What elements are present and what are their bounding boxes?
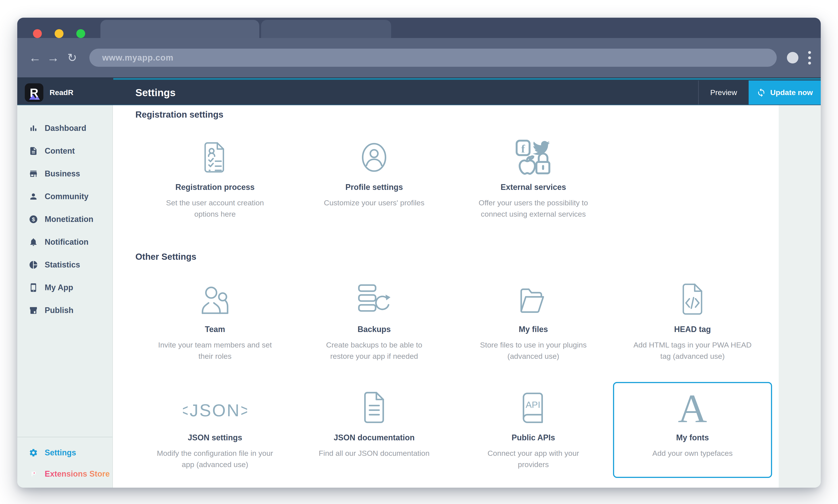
browser-menu-icon[interactable]: [808, 51, 811, 65]
card-icon: [501, 138, 565, 176]
sync-icon: [756, 88, 766, 97]
settings-card[interactable]: JSON documentation Find all our JSON doc…: [295, 382, 454, 478]
reload-icon[interactable]: ↻: [65, 52, 79, 64]
sidebar-item[interactable]: Business: [17, 162, 112, 185]
card-title: My files: [519, 325, 548, 334]
sidebar-item[interactable]: Notification: [17, 231, 112, 253]
card-icon: [342, 281, 406, 319]
card-title: JSON documentation: [334, 433, 415, 442]
browser-tab-inactive[interactable]: [261, 20, 391, 38]
logo-letter: R: [30, 86, 38, 100]
sidebar-item-icon: [29, 306, 38, 315]
sidebar-item-icon: [29, 448, 38, 457]
update-now-button[interactable]: Update now: [749, 80, 821, 105]
card-description: Add HTML tags in your PWA HEAD tag (adva…: [632, 339, 753, 362]
desktop-canvas: ← → ↻ www.myapp.com R ReadR Set: [0, 0, 838, 504]
sidebar-item[interactable]: Monetization: [17, 208, 112, 231]
address-bar[interactable]: www.myapp.com: [89, 49, 777, 67]
settings-card[interactable]: My files Store files to use in your plug…: [454, 274, 613, 370]
sidebar-item-icon: [29, 146, 38, 156]
card-title: Backups: [357, 325, 391, 334]
back-icon[interactable]: ←: [28, 52, 42, 64]
card-description: Offer your users the possibility to conn…: [473, 197, 594, 220]
sidebar-item[interactable]: Dashboard: [17, 117, 112, 140]
sidebar-item[interactable]: Community: [17, 185, 112, 208]
card-description: Connect your app with your providers: [473, 448, 594, 470]
card-description: Customize your users' profiles: [324, 197, 424, 209]
settings-card[interactable]: My fonts Add your own typefaces: [613, 382, 772, 478]
card-description: Add your own typefaces: [652, 448, 733, 459]
settings-card[interactable]: Backups Create backups to be able to res…: [295, 274, 454, 370]
browser-tab-active[interactable]: [101, 20, 259, 38]
sidebar: Dashboard Content Business: [17, 105, 113, 488]
card-title: Team: [205, 325, 225, 334]
sidebar-item-label: Content: [45, 146, 75, 156]
sidebar-item-icon: [29, 124, 38, 133]
sidebar-footer: Settings Extensions Store: [17, 437, 112, 488]
url-text: www.myapp.com: [102, 53, 173, 62]
cards-grid: Registration process Set the user accoun…: [135, 131, 772, 228]
sidebar-item-label: Dashboard: [45, 124, 86, 133]
settings-card[interactable]: JSON settings Modify the configuration f…: [135, 382, 295, 478]
cards-grid: Team Invite your team members and set th…: [135, 274, 772, 478]
sidebar-item-label: Monetization: [45, 215, 93, 224]
sidebar-item[interactable]: Settings: [17, 442, 112, 463]
browser-profile-avatar[interactable]: [787, 52, 798, 64]
card-description: Find all our JSON documentation: [319, 448, 430, 459]
update-now-label: Update now: [770, 88, 813, 97]
other-settings-section: Other Settings Team Invite your team mem…: [135, 252, 772, 478]
card-description: Set the user account creation options he…: [155, 197, 275, 220]
card-description: Modify the configuration file in your ap…: [155, 448, 275, 470]
settings-card[interactable]: Team Invite your team members and set th…: [135, 274, 295, 370]
close-button[interactable]: [33, 29, 42, 38]
sidebar-item-label: Statistics: [45, 260, 80, 269]
card-description: Invite your team members and set their r…: [155, 339, 275, 362]
card-icon: [342, 138, 406, 176]
page-top-accent-line: [17, 77, 821, 80]
preview-button[interactable]: Preview: [699, 80, 749, 105]
sidebar-item-label: Community: [45, 192, 88, 201]
sidebar-item-icon: [29, 260, 38, 269]
sidebar-item-icon: [29, 469, 38, 479]
card-description: Create backups to be able to restore you…: [314, 339, 435, 362]
sidebar-item-label: Extensions Store: [45, 469, 110, 479]
forward-icon[interactable]: →: [46, 52, 60, 64]
settings-card[interactable]: Profile settings Customize your users' p…: [295, 131, 454, 228]
page-title: Settings: [135, 87, 175, 98]
sidebar-item-label: Publish: [45, 306, 73, 315]
maximize-button[interactable]: [76, 29, 85, 38]
card-icon: [660, 281, 724, 319]
card-title: Registration process: [175, 183, 255, 192]
settings-card[interactable]: Public APIs Connect your app with your p…: [454, 382, 613, 478]
settings-card[interactable]: Registration process Set the user accoun…: [135, 131, 295, 228]
sidebar-item[interactable]: Publish: [17, 299, 112, 322]
sidebar-item-icon: [29, 215, 38, 224]
app-logo-area[interactable]: R ReadR: [17, 83, 113, 102]
sidebar-item-label: Settings: [45, 448, 76, 457]
card-icon: [183, 138, 247, 176]
sidebar-item[interactable]: My App: [17, 276, 112, 299]
section-heading: Registration settings: [135, 110, 772, 120]
sidebar-item[interactable]: Extensions Store: [17, 463, 112, 485]
sidebar-nav: Dashboard Content Business: [17, 117, 112, 322]
card-title: Public APIs: [511, 433, 555, 442]
sidebar-item-icon: [29, 237, 38, 247]
card-title: My fonts: [676, 433, 709, 442]
card-title: External services: [501, 183, 566, 192]
app-header: R ReadR Settings Preview Update now: [17, 80, 821, 105]
registration-settings-section: Registration settings Registration proce…: [135, 110, 772, 228]
sidebar-item[interactable]: Content: [17, 140, 112, 162]
sidebar-item[interactable]: Statistics: [17, 253, 112, 276]
section-heading: Other Settings: [135, 252, 772, 262]
card-icon: [183, 281, 247, 319]
app-name: ReadR: [50, 88, 73, 97]
card-icon: [501, 389, 565, 427]
minimize-button[interactable]: [55, 29, 64, 38]
card-title: Profile settings: [345, 183, 403, 192]
card-icon: [660, 389, 724, 427]
sidebar-item-label: My App: [45, 283, 73, 292]
card-icon: [501, 281, 565, 319]
settings-card[interactable]: External services Offer your users the p…: [454, 131, 613, 228]
card-description: Store files to use in your plugins (adva…: [473, 339, 594, 362]
settings-card[interactable]: HEAD tag Add HTML tags in your PWA HEAD …: [613, 274, 772, 370]
